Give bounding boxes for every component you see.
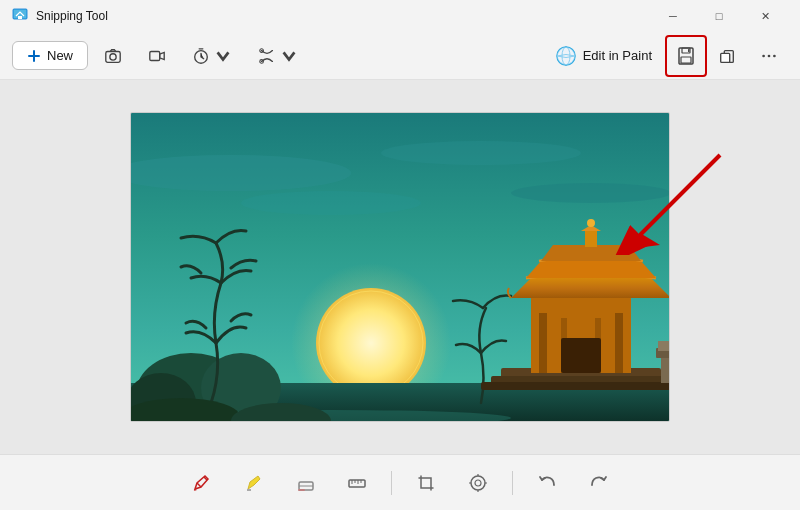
svg-rect-56 — [349, 480, 365, 487]
timer-icon — [192, 47, 210, 65]
divider-2 — [512, 471, 513, 495]
svg-rect-50 — [658, 341, 670, 351]
undo-icon — [537, 473, 557, 493]
ruler-button[interactable] — [339, 465, 375, 501]
svg-rect-42 — [615, 313, 623, 373]
svg-point-57 — [471, 476, 485, 490]
video-icon — [148, 47, 166, 65]
redo-button[interactable] — [581, 465, 617, 501]
svg-rect-17 — [721, 53, 730, 62]
svg-rect-46 — [585, 231, 597, 247]
chevron-down-icon — [214, 47, 232, 65]
touch-icon — [467, 472, 489, 494]
plus-icon — [27, 49, 41, 63]
highlighter-icon — [242, 472, 264, 494]
more-button[interactable] — [750, 41, 788, 71]
main-content — [0, 80, 800, 454]
svg-rect-5 — [150, 51, 160, 60]
undo-button[interactable] — [529, 465, 565, 501]
scissors-icon — [258, 47, 276, 65]
edit-in-paint-button[interactable]: Edit in Paint — [543, 39, 664, 73]
app-icon — [12, 8, 28, 24]
svg-point-30 — [316, 288, 426, 398]
ruler-icon — [346, 472, 368, 494]
camera-icon — [104, 47, 122, 65]
minimize-button[interactable]: ─ — [650, 0, 696, 32]
svg-point-4 — [110, 53, 116, 59]
freeform-button[interactable] — [248, 41, 308, 71]
chevron-down-icon-2 — [280, 47, 298, 65]
copy-button[interactable] — [708, 41, 746, 71]
bottom-toolbar — [0, 454, 800, 510]
new-button[interactable]: New — [12, 41, 88, 70]
pen-icon — [190, 472, 212, 494]
crop-icon — [415, 472, 437, 494]
paint-globe-icon — [555, 45, 577, 67]
divider-1 — [391, 471, 392, 495]
save-icon — [676, 46, 696, 66]
copy-icon — [718, 47, 736, 65]
svg-point-11 — [557, 47, 575, 65]
highlighter-button[interactable] — [235, 465, 271, 501]
svg-rect-14 — [681, 57, 691, 63]
title-bar: Snipping Tool ─ □ ✕ — [0, 0, 800, 32]
save-button-wrapper — [668, 38, 704, 74]
eraser-button[interactable] — [287, 465, 323, 501]
ellipsis-icon — [760, 47, 778, 65]
svg-point-26 — [381, 141, 581, 165]
video-mode-button[interactable] — [138, 41, 176, 71]
svg-point-20 — [773, 54, 776, 57]
svg-point-19 — [768, 54, 771, 57]
touch-write-button[interactable] — [460, 465, 496, 501]
svg-rect-39 — [481, 382, 670, 390]
svg-point-27 — [511, 183, 670, 203]
svg-rect-54 — [247, 489, 251, 491]
svg-rect-41 — [539, 313, 547, 373]
svg-rect-45 — [561, 338, 601, 373]
screenshot-preview — [130, 112, 670, 422]
main-toolbar: New — [0, 32, 800, 80]
svg-point-47 — [587, 219, 595, 227]
crop-button[interactable] — [408, 465, 444, 501]
svg-point-28 — [241, 191, 421, 215]
svg-point-18 — [762, 54, 765, 57]
svg-rect-15 — [688, 49, 690, 52]
save-button[interactable] — [668, 38, 704, 74]
scene-illustration — [131, 113, 670, 422]
delay-button[interactable] — [182, 41, 242, 71]
pen-button[interactable] — [183, 465, 219, 501]
screenshot-mode-button[interactable] — [94, 41, 132, 71]
svg-rect-2 — [18, 16, 22, 19]
close-button[interactable]: ✕ — [742, 0, 788, 32]
maximize-button[interactable]: □ — [696, 0, 742, 32]
app-title: Snipping Tool — [36, 9, 108, 23]
svg-point-58 — [475, 480, 481, 486]
redo-icon — [589, 473, 609, 493]
eraser-icon — [294, 472, 316, 494]
